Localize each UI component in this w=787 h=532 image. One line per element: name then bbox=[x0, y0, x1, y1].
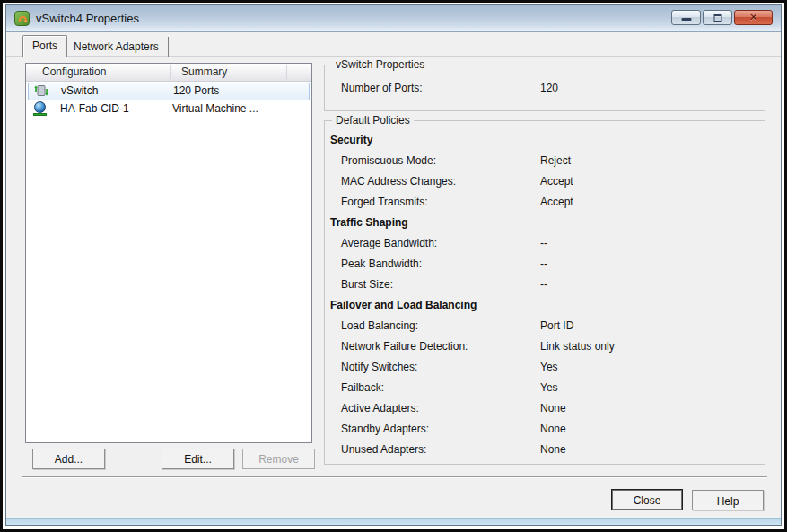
policy-label: Promiscuous Mode: bbox=[341, 151, 436, 171]
maximize-icon bbox=[713, 14, 721, 22]
vswitch-icon bbox=[34, 83, 48, 98]
row-configuration-cell: vSwitch bbox=[61, 84, 98, 97]
policy-value: Reject bbox=[540, 151, 571, 171]
policy-value: Accept bbox=[540, 192, 573, 213]
close-button[interactable]: Close bbox=[611, 489, 683, 510]
policy-label: Active Adapters: bbox=[341, 398, 419, 419]
policy-row: Notify Switches: Yes bbox=[325, 357, 765, 378]
policy-value: Yes bbox=[540, 357, 558, 378]
policy-label: Average Bandwidth: bbox=[341, 233, 437, 254]
section-heading-security: Security bbox=[325, 130, 765, 151]
policy-label: Number of Ports: bbox=[341, 78, 423, 99]
policy-row: Peak Bandwidth: -- bbox=[325, 254, 765, 275]
policy-label: MAC Address Changes: bbox=[341, 171, 456, 192]
row-configuration-cell: HA-Fab-CID-1 bbox=[60, 102, 129, 115]
policy-value: None bbox=[540, 419, 566, 440]
policy-row: Unused Adapters: None bbox=[325, 440, 765, 460]
policy-value: None bbox=[540, 440, 566, 460]
policy-row: Load Balancing: Port ID bbox=[325, 316, 765, 336]
policy-value: Yes bbox=[540, 378, 558, 398]
row-summary-cell: Virtual Machine ... bbox=[172, 102, 258, 115]
list-row-ha-fab-cid-1[interactable]: HA-Fab-CID-1 Virtual Machine ... bbox=[26, 100, 311, 118]
policy-label: Notify Switches: bbox=[341, 357, 417, 378]
policy-value: -- bbox=[540, 254, 547, 275]
minimize-button[interactable] bbox=[671, 10, 701, 25]
policy-row: Standby Adapters: None bbox=[325, 419, 765, 440]
section-heading-failover: Failover and Load Balancing bbox=[325, 295, 765, 316]
policy-label: Standby Adapters: bbox=[341, 419, 429, 440]
column-header-configuration[interactable]: Configuration bbox=[42, 65, 106, 78]
column-separator[interactable] bbox=[170, 65, 171, 79]
section-heading-traffic-shaping: Traffic Shaping bbox=[325, 213, 765, 233]
tab-ports[interactable]: Ports bbox=[22, 35, 67, 57]
policy-label: Failback: bbox=[341, 378, 384, 398]
policy-value: Link status only bbox=[540, 336, 615, 357]
policy-row: Promiscuous Mode: Reject bbox=[325, 151, 765, 171]
policy-row: Average Bandwidth: -- bbox=[325, 233, 765, 254]
policy-row: Active Adapters: None bbox=[325, 398, 765, 419]
add-button[interactable]: Add... bbox=[32, 449, 105, 469]
policy-label: Peak Bandwidth: bbox=[341, 254, 422, 275]
default-policies-group: Default Policies Security Promiscuous Mo… bbox=[324, 120, 765, 465]
vswitch-properties-group: vSwitch Properties Number of Ports: 120 bbox=[324, 65, 765, 111]
policy-row: Forged Transmits: Accept bbox=[325, 192, 765, 213]
configuration-list[interactable]: Configuration Summary vSwitch 120 Port bbox=[25, 63, 312, 443]
close-window-button[interactable]: ✕ bbox=[734, 10, 773, 25]
vswitch-properties-dialog: vSwitch4 Properties ✕ Ports Network Adap… bbox=[5, 4, 782, 526]
group-title: Default Policies bbox=[332, 114, 414, 126]
list-header: Configuration Summary bbox=[26, 64, 311, 82]
policy-row: Failback: Yes bbox=[325, 378, 765, 398]
vm-network-icon bbox=[33, 101, 48, 116]
close-icon: ✕ bbox=[735, 12, 772, 23]
number-of-ports-row: Number of Ports: 120 bbox=[325, 78, 765, 99]
column-header-summary[interactable]: Summary bbox=[181, 65, 227, 78]
screenshot-frame: vSwitch4 Properties ✕ Ports Network Adap… bbox=[0, 0, 787, 532]
list-row-vswitch[interactable]: vSwitch 120 Ports bbox=[28, 83, 310, 100]
policy-value: Accept bbox=[540, 171, 573, 192]
vmware-vsphere-icon bbox=[14, 11, 30, 26]
policy-label: Load Balancing: bbox=[341, 316, 418, 336]
policy-row: Burst Size: -- bbox=[325, 275, 765, 295]
policy-value: None bbox=[540, 398, 566, 419]
policy-label: Network Failure Detection: bbox=[341, 336, 468, 357]
maximize-button[interactable] bbox=[703, 10, 732, 25]
footer-separator bbox=[22, 476, 767, 478]
policy-row: MAC Address Changes: Accept bbox=[325, 171, 765, 192]
policy-label: Unused Adapters: bbox=[341, 440, 426, 460]
tab-network-adapters[interactable]: Network Adapters bbox=[64, 37, 169, 57]
column-separator[interactable] bbox=[286, 65, 287, 79]
help-button[interactable]: Help bbox=[692, 490, 764, 510]
titlebar[interactable]: vSwitch4 Properties ✕ bbox=[6, 5, 781, 32]
remove-button: Remove bbox=[242, 449, 315, 469]
policy-value: 120 bbox=[540, 78, 558, 99]
window-bottom-edge bbox=[6, 518, 781, 525]
minimize-icon bbox=[681, 18, 691, 21]
edit-button[interactable]: Edit... bbox=[162, 449, 234, 469]
row-summary-cell: 120 Ports bbox=[173, 84, 219, 97]
policy-label: Forged Transmits: bbox=[341, 192, 428, 213]
policy-body: Security Promiscuous Mode: Reject MAC Ad… bbox=[325, 121, 765, 460]
policy-value: -- bbox=[540, 233, 547, 254]
policy-label: Burst Size: bbox=[341, 275, 393, 295]
window-title: vSwitch4 Properties bbox=[36, 12, 139, 25]
policy-value: -- bbox=[540, 275, 547, 295]
policy-row: Network Failure Detection: Link status o… bbox=[325, 336, 765, 357]
group-title: vSwitch Properties bbox=[332, 58, 428, 71]
policy-value: Port ID bbox=[540, 316, 573, 336]
